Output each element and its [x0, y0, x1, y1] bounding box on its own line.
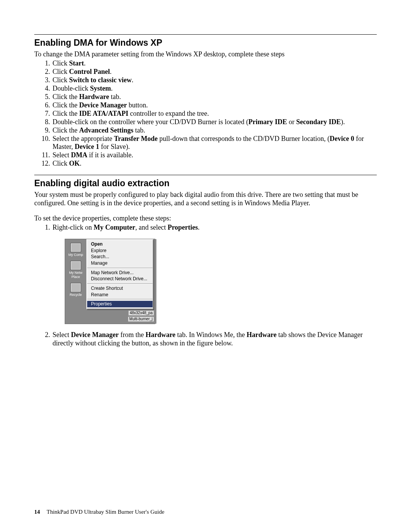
desktop-icons-column: My Comp My Netw Place Recycle — [65, 239, 86, 301]
page-footer: 14 ThinkPad DVD Ultrabay Slim Burner Use… — [34, 509, 164, 515]
steps-dma: Click Start. Click Control Panel. Click … — [34, 59, 377, 168]
step: Double-click on the controller where you… — [52, 118, 377, 126]
recycle-bin-icon: Recycle — [65, 283, 86, 297]
intro-dma: To change the DMA parameter setting from… — [34, 50, 377, 59]
menu-item-explore[interactable]: Explore — [87, 248, 153, 254]
menu-item-create-shortcut[interactable]: Create Shortcut — [87, 285, 153, 292]
section-rule — [34, 175, 377, 175]
my-network-places-icon: My Netw Place — [65, 261, 86, 279]
step: Select Device Manager from the Hardware … — [52, 331, 377, 348]
step: Select the appropriate Transfer Mode pul… — [52, 135, 377, 152]
intro-set-device: To set the device properties, complete t… — [34, 214, 377, 223]
step: Click Switch to classic view. — [52, 76, 377, 85]
step: Click OK. — [52, 160, 377, 168]
menu-item-disconnect-drive[interactable]: Disconnect Network Drive... — [87, 276, 153, 282]
section-rule — [34, 34, 377, 35]
bin-icon — [70, 283, 81, 292]
bg-item: 48x32x48_pa — [128, 310, 154, 316]
step: Click Start. — [52, 59, 377, 68]
icon-label: My Netw — [69, 271, 82, 275]
context-menu-screenshot: My Comp My Netw Place Recycle Open — [65, 239, 155, 324]
step: Click the Device Manager button. — [52, 101, 377, 110]
footer-title: ThinkPad DVD Ultrabay Slim Burner User's… — [46, 509, 164, 515]
step: Right-click on My Computer, and select P… — [52, 224, 377, 324]
page-number: 14 — [34, 509, 40, 515]
heading-digital-audio: Enabling digital audio extraction — [34, 178, 377, 189]
menu-item-rename[interactable]: Rename — [87, 292, 153, 298]
step: Double-click System. — [52, 85, 377, 93]
menu-item-search[interactable]: Search... — [87, 254, 153, 260]
bg-item: Multi-burner_j — [128, 316, 154, 322]
intro-digital-audio: Your system must be properly configured … — [34, 191, 377, 208]
step: Click Control Panel. — [52, 68, 377, 76]
step: Click the Hardware tab. — [52, 93, 377, 101]
computer-icon — [70, 243, 81, 252]
heading-enabling-dma: Enabling DMA for Windows XP — [34, 38, 377, 48]
steps-digital-audio: Right-click on My Computer, and select P… — [34, 224, 377, 347]
icon-label: Place — [72, 275, 80, 279]
icon-label: Recycle — [70, 293, 82, 297]
menu-item-manage[interactable]: Manage — [87, 260, 153, 267]
menu-item-open[interactable]: Open — [87, 241, 153, 248]
step: Select DMA if it is available. — [52, 151, 377, 160]
step: Click the IDE ATA/ATAPI controller to ex… — [52, 110, 377, 118]
screenshot-edge — [155, 239, 156, 324]
icon-label: My Comp — [68, 253, 83, 257]
my-computer-icon: My Comp — [65, 243, 86, 257]
network-icon — [70, 261, 81, 270]
context-menu: Open Explore Search... Manage Map Networ… — [86, 239, 153, 309]
step: Click the Advanced Settings tab. — [52, 126, 377, 135]
menu-item-properties[interactable]: Properties — [87, 301, 153, 307]
menu-item-map-drive[interactable]: Map Network Drive... — [87, 270, 153, 276]
screenshot-background-items: 48x32x48_pa Multi-burner_j — [65, 309, 155, 324]
